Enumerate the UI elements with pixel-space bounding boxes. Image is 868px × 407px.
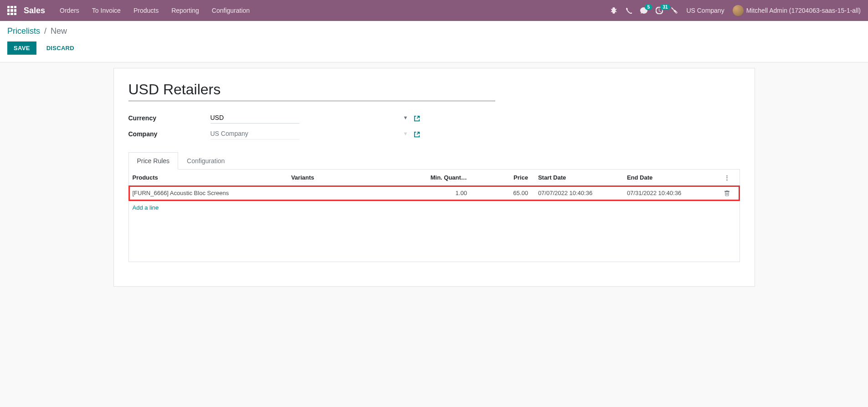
th-optional-columns[interactable]: ⋮ <box>715 170 740 186</box>
breadcrumb-parent[interactable]: Pricelists <box>7 26 40 36</box>
control-panel: Pricelists / New SAVE DISCARD <box>0 21 868 62</box>
bug-icon[interactable] <box>610 7 617 14</box>
tools-icon[interactable] <box>671 7 678 14</box>
th-end-date[interactable]: End Date <box>623 170 715 186</box>
th-price[interactable]: Price <box>471 170 532 186</box>
nav-right: 5 31 US Company Mitchell Admin (17204063… <box>610 5 861 16</box>
price-rules-table: Products Variants Min. Quant… Price Star… <box>128 170 740 262</box>
tab-price-rules[interactable]: Price Rules <box>128 152 179 170</box>
pricelist-name-input[interactable] <box>128 79 495 101</box>
table-row[interactable]: [FURN_6666] Acoustic Bloc Screens 1.00 6… <box>129 186 740 201</box>
nav-products[interactable]: Products <box>134 7 159 14</box>
company-input[interactable] <box>211 128 299 139</box>
nav-to-invoice[interactable]: To Invoice <box>92 7 121 14</box>
field-currency: Currency ▼ <box>128 112 740 124</box>
avatar <box>733 5 744 16</box>
currency-label: Currency <box>128 114 211 122</box>
breadcrumb: Pricelists / New <box>7 26 861 36</box>
external-link-icon[interactable] <box>414 114 420 122</box>
field-company: Company ▼ <box>128 128 740 139</box>
add-line-label[interactable]: Add a line <box>129 201 740 215</box>
messaging-icon[interactable]: 5 <box>640 7 647 14</box>
nav-menu: Orders To Invoice Products Reporting Con… <box>60 7 610 14</box>
empty-row <box>129 246 740 262</box>
cell-end-date[interactable]: 07/31/2022 10:40:36 <box>623 186 715 201</box>
nav-configuration[interactable]: Configuration <box>212 7 250 14</box>
delete-row-icon[interactable] <box>715 186 740 201</box>
app-brand[interactable]: Sales <box>24 6 45 15</box>
tab-configuration[interactable]: Configuration <box>178 152 233 169</box>
activities-icon[interactable]: 31 <box>656 7 663 14</box>
activities-badge: 31 <box>660 4 670 10</box>
company-switcher[interactable]: US Company <box>686 7 724 14</box>
breadcrumb-sep: / <box>44 26 46 36</box>
cell-start-date[interactable]: 07/07/2022 10:40:36 <box>532 186 623 201</box>
breadcrumb-current: New <box>51 26 67 36</box>
company-label: Company <box>128 130 211 138</box>
form-sheet: Currency ▼ Company ▼ <box>113 68 755 287</box>
main-navbar: Sales Orders To Invoice Products Reporti… <box>0 0 868 21</box>
action-buttons: SAVE DISCARD <box>7 41 861 55</box>
cell-product[interactable]: [FURN_6666] Acoustic Bloc Screens <box>129 186 288 201</box>
th-products[interactable]: Products <box>129 170 288 186</box>
save-button[interactable]: SAVE <box>7 41 36 55</box>
cell-variant[interactable] <box>288 186 397 201</box>
cell-price[interactable]: 65.00 <box>471 186 532 201</box>
add-line-row[interactable]: Add a line <box>129 201 740 215</box>
messaging-badge: 5 <box>645 4 652 10</box>
user-name: Mitchell Admin (17204063-saas-15-1-all) <box>746 7 861 14</box>
th-variants[interactable]: Variants <box>288 170 397 186</box>
discard-button[interactable]: DISCARD <box>40 41 81 55</box>
nav-reporting[interactable]: Reporting <box>171 7 199 14</box>
th-start-date[interactable]: Start Date <box>532 170 623 186</box>
currency-input[interactable] <box>211 112 299 124</box>
tabs: Price Rules Configuration <box>128 152 740 170</box>
phone-icon[interactable] <box>626 7 632 14</box>
caret-down-icon: ▼ <box>403 131 408 136</box>
cell-min-qty[interactable]: 1.00 <box>397 186 471 201</box>
external-link-icon[interactable] <box>414 130 420 138</box>
user-menu[interactable]: Mitchell Admin (17204063-saas-15-1-all) <box>733 5 861 16</box>
caret-down-icon: ▼ <box>403 115 408 120</box>
th-min-qty[interactable]: Min. Quant… <box>397 170 471 186</box>
nav-orders[interactable]: Orders <box>60 7 79 14</box>
empty-row <box>129 231 740 246</box>
apps-icon[interactable] <box>7 6 16 15</box>
empty-row <box>129 215 740 231</box>
